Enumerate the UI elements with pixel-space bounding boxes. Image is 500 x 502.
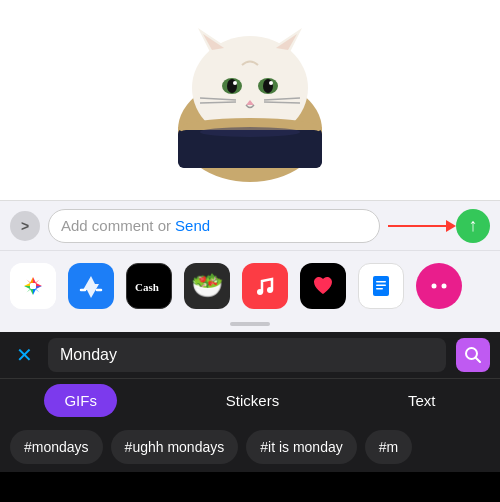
photos-icon bbox=[10, 263, 56, 309]
app-music[interactable] bbox=[242, 263, 288, 309]
canvas-icon bbox=[368, 273, 394, 299]
hashtag-chip-1[interactable]: #ughh mondays bbox=[111, 430, 239, 464]
hashtag-chip-3[interactable]: #m bbox=[365, 430, 412, 464]
expand-button[interactable]: > bbox=[10, 211, 40, 241]
arrow-indicator bbox=[388, 225, 448, 227]
app-photos[interactable] bbox=[10, 263, 56, 309]
tab-text-label: Text bbox=[408, 392, 436, 409]
svg-point-23 bbox=[30, 283, 36, 289]
appstore-icon bbox=[77, 272, 105, 300]
music-icon bbox=[252, 273, 278, 299]
comment-placeholder: Add comment or bbox=[61, 217, 171, 234]
apps-row: Cash 🥗 bbox=[0, 250, 500, 320]
fitness-icon bbox=[309, 272, 337, 300]
app-fitness[interactable] bbox=[300, 263, 346, 309]
search-icon bbox=[464, 346, 482, 364]
app-appstore[interactable] bbox=[68, 263, 114, 309]
app-canvas[interactable] bbox=[358, 263, 404, 309]
hashtag-chip-0[interactable]: #mondays bbox=[10, 430, 103, 464]
send-link[interactable]: Send bbox=[175, 217, 210, 234]
app-emoji[interactable]: 🥗 bbox=[184, 263, 230, 309]
svg-point-25 bbox=[257, 289, 263, 295]
arrow-line bbox=[388, 225, 448, 227]
app-cash[interactable]: Cash bbox=[126, 263, 172, 309]
tab-gifs[interactable]: GIFs bbox=[44, 384, 117, 417]
svg-rect-30 bbox=[376, 288, 383, 290]
cat-sticker bbox=[160, 10, 340, 190]
svg-point-31 bbox=[432, 283, 437, 288]
hashtag-label-0: #mondays bbox=[24, 439, 89, 455]
svg-point-32 bbox=[442, 283, 447, 288]
tab-gifs-label: GIFs bbox=[64, 392, 97, 409]
tab-text[interactable]: Text bbox=[388, 384, 456, 417]
more-icon bbox=[426, 273, 452, 299]
gif-search-bar: ✕ bbox=[0, 332, 500, 378]
svg-point-12 bbox=[269, 81, 273, 85]
svg-line-17 bbox=[264, 102, 300, 103]
send-up-icon: ↑ bbox=[469, 216, 478, 234]
scroll-indicator-container bbox=[0, 320, 500, 332]
tab-stickers-label: Stickers bbox=[226, 392, 279, 409]
svg-point-26 bbox=[267, 287, 273, 293]
scroll-indicator bbox=[230, 322, 270, 326]
search-button[interactable] bbox=[456, 338, 490, 372]
gif-search-input[interactable] bbox=[48, 338, 446, 372]
hashtag-label-3: #m bbox=[379, 439, 398, 455]
hashtags-row: #mondays #ughh mondays #it is monday #m bbox=[0, 422, 500, 472]
hashtag-label-2: #it is monday bbox=[260, 439, 342, 455]
svg-point-20 bbox=[200, 127, 300, 137]
close-icon: ✕ bbox=[16, 343, 33, 367]
svg-point-11 bbox=[233, 81, 237, 85]
svg-line-15 bbox=[200, 102, 236, 103]
message-area bbox=[0, 0, 500, 200]
app-more[interactable] bbox=[416, 263, 462, 309]
emoji-icon: 🥗 bbox=[191, 270, 223, 301]
cash-icon: Cash bbox=[133, 276, 165, 296]
tabs-row: GIFs Stickers Text bbox=[0, 378, 500, 422]
svg-rect-28 bbox=[376, 281, 386, 283]
hashtag-chip-2[interactable]: #it is monday bbox=[246, 430, 356, 464]
svg-text:Cash: Cash bbox=[135, 281, 159, 293]
send-button[interactable]: ↑ bbox=[456, 209, 490, 243]
input-row: > Add comment or Send ↑ bbox=[0, 200, 500, 250]
comment-input-field[interactable]: Add comment or Send bbox=[48, 209, 380, 243]
svg-rect-29 bbox=[376, 284, 386, 286]
close-button[interactable]: ✕ bbox=[10, 341, 38, 369]
tab-stickers[interactable]: Stickers bbox=[206, 384, 299, 417]
hashtag-label-1: #ughh mondays bbox=[125, 439, 225, 455]
expand-icon: > bbox=[21, 218, 29, 234]
